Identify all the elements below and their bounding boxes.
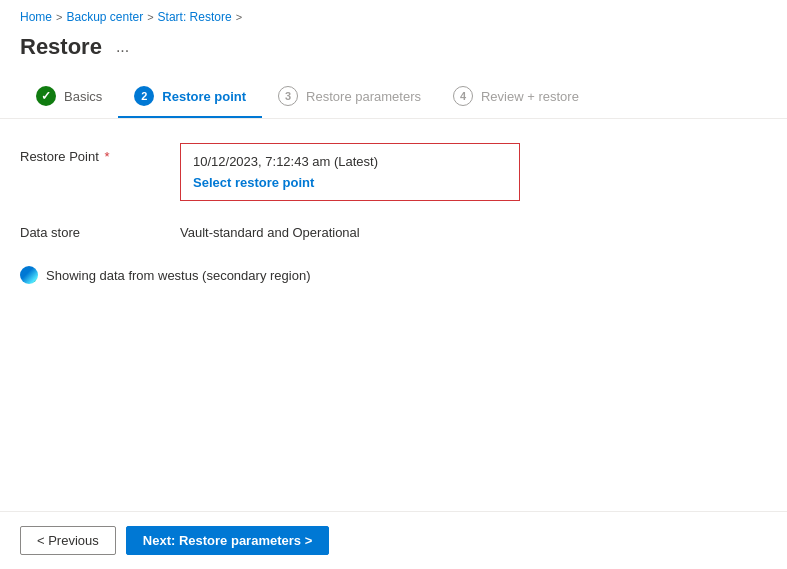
- restore-point-container: 10/12/2023, 7:12:43 am (Latest) Select r…: [180, 143, 520, 201]
- form-section: Restore Point * 10/12/2023, 7:12:43 am (…: [0, 143, 787, 240]
- breadcrumb-sep2: >: [147, 11, 153, 23]
- breadcrumb-sep1: >: [56, 11, 62, 23]
- footer: < Previous Next: Restore parameters >: [0, 511, 787, 569]
- breadcrumb: Home > Backup center > Start: Restore >: [0, 0, 787, 30]
- info-row: Showing data from westus (secondary regi…: [0, 258, 787, 292]
- wizard-tabs: ✓ Basics 2 Restore point 3 Restore param…: [0, 76, 787, 119]
- tab-restore-parameters-number: 3: [285, 90, 291, 102]
- breadcrumb-backup-center[interactable]: Backup center: [66, 10, 143, 24]
- required-indicator: *: [101, 149, 110, 164]
- restore-point-label: Restore Point *: [20, 143, 160, 164]
- tab-review-restore: 4 Review + restore: [437, 76, 595, 118]
- tab-restore-parameters: 3 Restore parameters: [262, 76, 437, 118]
- breadcrumb-home[interactable]: Home: [20, 10, 52, 24]
- tab-basics[interactable]: ✓ Basics: [20, 76, 118, 118]
- restore-point-value: 10/12/2023, 7:12:43 am (Latest): [193, 154, 507, 169]
- next-button[interactable]: Next: Restore parameters >: [126, 526, 329, 555]
- tab-restore-point-number: 2: [141, 90, 147, 102]
- breadcrumb-sep3: >: [236, 11, 242, 23]
- tab-restore-parameters-circle: 3: [278, 86, 298, 106]
- data-store-value: Vault-standard and Operational: [180, 219, 360, 240]
- previous-button[interactable]: < Previous: [20, 526, 116, 555]
- tab-restore-point-circle: 2: [134, 86, 154, 106]
- checkmark-icon: ✓: [41, 89, 51, 103]
- more-options-button[interactable]: ...: [110, 36, 135, 58]
- info-text: Showing data from westus (secondary regi…: [46, 268, 310, 283]
- select-restore-point-link[interactable]: Select restore point: [193, 175, 314, 190]
- tab-review-restore-circle: 4: [453, 86, 473, 106]
- data-store-label: Data store: [20, 219, 160, 240]
- globe-icon: [20, 266, 38, 284]
- tab-restore-parameters-label: Restore parameters: [306, 89, 421, 104]
- tab-review-restore-label: Review + restore: [481, 89, 579, 104]
- page-title: Restore: [20, 34, 102, 60]
- tab-basics-circle: ✓: [36, 86, 56, 106]
- tab-restore-point[interactable]: 2 Restore point: [118, 76, 262, 118]
- restore-point-row: Restore Point * 10/12/2023, 7:12:43 am (…: [20, 143, 767, 201]
- page-header: Restore ...: [0, 30, 787, 76]
- tab-restore-point-label: Restore point: [162, 89, 246, 104]
- data-store-row: Data store Vault-standard and Operationa…: [20, 219, 767, 240]
- breadcrumb-start-restore[interactable]: Start: Restore: [158, 10, 232, 24]
- tab-review-restore-number: 4: [460, 90, 466, 102]
- tab-basics-label: Basics: [64, 89, 102, 104]
